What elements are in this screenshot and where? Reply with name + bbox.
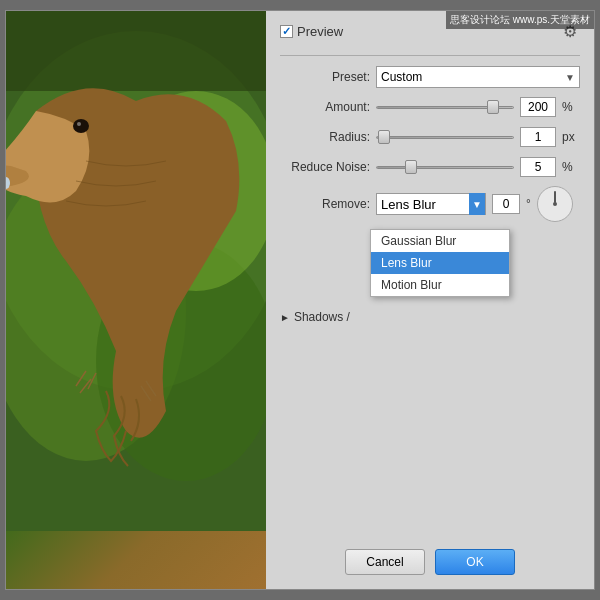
preview-check-group: ✓ Preview — [280, 24, 343, 39]
amount-row: Amount: % — [280, 96, 580, 118]
radius-slider-track — [376, 136, 514, 139]
remove-dropdown-popup: Gaussian Blur Lens Blur Motion Blur — [370, 229, 510, 297]
preset-label: Preset: — [280, 70, 370, 84]
compass-wheel[interactable] — [537, 186, 573, 222]
cancel-button[interactable]: Cancel — [345, 549, 425, 575]
radius-input[interactable] — [520, 127, 556, 147]
radius-unit: px — [562, 130, 580, 144]
dropdown-item-motion[interactable]: Motion Blur — [371, 274, 509, 296]
reduce-noise-label: Reduce Noise: — [280, 160, 370, 174]
preview-label: Preview — [297, 24, 343, 39]
remove-dropdown-arrow-icon[interactable]: ▼ — [469, 193, 485, 215]
main-dialog: 思客设计论坛 www.ps.天堂素材 — [5, 10, 595, 590]
amount-slider[interactable] — [376, 99, 514, 115]
preset-arrow-icon: ▼ — [565, 72, 575, 83]
checkbox-check-icon: ✓ — [282, 26, 291, 37]
radius-row: Radius: px — [280, 126, 580, 148]
noise-slider-thumb[interactable] — [405, 160, 417, 174]
radius-slider-thumb[interactable] — [378, 130, 390, 144]
image-preview-panel: 25% + — [6, 11, 266, 589]
amount-slider-track — [376, 106, 514, 109]
remove-value: Lens Blur — [381, 197, 436, 212]
bottom-buttons: Cancel OK — [280, 549, 580, 579]
noise-input[interactable] — [520, 157, 556, 177]
noise-slider[interactable] — [376, 159, 514, 175]
shadows-label: Shadows / — [294, 310, 350, 324]
amount-unit: % — [562, 100, 580, 114]
svg-rect-5 — [6, 11, 266, 91]
amount-label: Amount: — [280, 100, 370, 114]
remove-label: Remove: — [280, 197, 370, 211]
angle-input[interactable] — [492, 194, 520, 214]
amount-input[interactable] — [520, 97, 556, 117]
compass-needle-icon — [554, 191, 556, 203]
bird-scene-svg — [6, 11, 266, 531]
ok-button[interactable]: OK — [435, 549, 515, 575]
preset-value: Custom — [381, 70, 422, 84]
radius-label: Radius: — [280, 130, 370, 144]
remove-row: Remove: Lens Blur ▼ ° — [280, 186, 580, 222]
remove-dropdown[interactable]: Lens Blur ▼ — [376, 193, 486, 215]
watermark: 思客设计论坛 www.ps.天堂素材 — [446, 11, 594, 29]
noise-unit: % — [562, 160, 580, 174]
divider-1 — [280, 55, 580, 56]
reduce-noise-row: Reduce Noise: % — [280, 156, 580, 178]
dropdown-item-lens[interactable]: Lens Blur — [371, 252, 509, 274]
amount-slider-thumb[interactable] — [487, 100, 499, 114]
preset-dropdown[interactable]: Custom ▼ — [376, 66, 580, 88]
shadows-row: ► Shadows / — [280, 310, 580, 324]
cancel-label: Cancel — [366, 555, 403, 569]
triangle-expand-icon[interactable]: ► — [280, 312, 290, 323]
ok-label: OK — [466, 555, 483, 569]
noise-slider-track — [376, 166, 514, 169]
radius-slider[interactable] — [376, 129, 514, 145]
preview-checkbox[interactable]: ✓ — [280, 25, 293, 38]
svg-point-7 — [73, 119, 89, 133]
controls-panel: ✓ Preview ⚙ Preset: Custom ▼ Amount: — [266, 11, 594, 589]
dropdown-item-gaussian[interactable]: Gaussian Blur — [371, 230, 509, 252]
svg-point-8 — [77, 122, 81, 126]
bird-image — [6, 11, 266, 589]
preset-row: Preset: Custom ▼ — [280, 66, 580, 88]
angle-unit: ° — [526, 197, 531, 211]
